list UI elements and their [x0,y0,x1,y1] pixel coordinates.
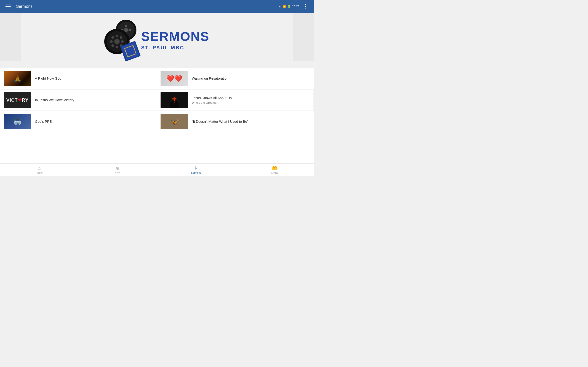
hamburger-line-3 [6,8,10,8]
thumb-victory-visual: VICT❤RY [4,92,31,108]
sermon-thumb-6 [161,114,188,129]
sermon-info-6: "It Doesn't Matter What I Used to Be" [192,119,310,124]
sermon-info-5: God's PPE [35,119,153,124]
sermon-thumb-4: ✝ [161,92,188,108]
sermon-grid: A Right Now God Waiting on Resatoration … [0,68,314,132]
sermon-subtitle-4: Who's the Greatest [192,101,310,104]
more-options-button[interactable]: ⋮ [301,2,310,11]
logo-title: SERMONS [141,30,209,43]
nav-bible-label: Bible [115,171,120,174]
sermon-title-6: "It Doesn't Matter What I Used to Be" [192,119,310,124]
sermon-thumb-1 [4,71,31,86]
silhouette [170,101,179,108]
thumb-right-now-god-visual [4,71,31,86]
sermon-info-1: A Right Now God [35,76,153,81]
thumb-ppe-visual [4,114,31,129]
sermon-info-4: Jesus Knows All About Us Who's the Great… [192,96,310,104]
logo-text: SERMONS ST. PAUL MBC [141,30,209,51]
sermon-item-3[interactable]: VICT❤RY In Jesus We Have Victory [0,90,157,111]
nav-sermons[interactable]: 🎙 Sermons [157,164,235,176]
giving-icon: 🤲 [271,166,278,171]
hamburger-button[interactable] [4,3,12,10]
nav-giving-label: Giving [271,171,278,174]
sermon-info-2: Waiting on Resatoration [192,76,310,81]
thumb-jesus-visual: ✝ [161,92,188,108]
bible-icon: ⊕ [116,166,120,170]
bottom-navigation: ⌂ Home ⊕ Bible 🎙 Sermons 🤲 Giving [0,163,314,176]
sermon-info-3: In Jesus We Have Victory [35,98,153,102]
victory-text: VICT❤RY [6,97,29,103]
logo-area: SERMONS ST. PAUL MBC [0,13,314,68]
sermon-item-4[interactable]: ✝ Jesus Knows All About Us Who's the Gre… [157,90,314,111]
sermon-thumb-2 [161,71,188,86]
status-time: 10:26 [292,5,299,8]
sermon-thumb-3: VICT❤RY [4,92,31,108]
app-title: Sermons [16,4,278,9]
nav-home[interactable]: ⌂ Home [0,164,78,176]
battery-icon: 🔋 [287,5,291,8]
nav-giving[interactable]: 🤲 Giving [235,164,314,176]
signal-icon: 📶 [283,5,286,8]
nav-sermons-label: Sermons [191,171,201,174]
nav-bible[interactable]: ⊕ Bible [78,164,157,176]
sermon-thumb-5 [4,114,31,129]
nav-home-label: Home [36,171,43,174]
home-icon: ⌂ [38,166,41,171]
thumb-waiting-visual [161,71,188,86]
sermon-title-4: Jesus Knows All About Us [192,96,310,100]
thumb-butterfly-visual [161,114,188,129]
logo-section: SERMONS ST. PAUL MBC [0,13,314,68]
app-bar: Sermons ▼ 📶 🔋 10:26 ⋮ [0,0,314,13]
main-content: SERMONS ST. PAUL MBC A Right Now God Wai… [0,13,314,163]
sermon-item-6[interactable]: "It Doesn't Matter What I Used to Be" [157,111,314,132]
sermon-title-3: In Jesus We Have Victory [35,98,153,102]
sermon-title-5: God's PPE [35,119,153,124]
hamburger-line-1 [6,5,10,5]
sermon-item-2[interactable]: Waiting on Resatoration [157,68,314,89]
logo-subtitle: ST. PAUL MBC [141,45,209,51]
hamburger-line-2 [6,6,10,7]
side-panel-left [0,13,21,61]
sermons-mic-icon: 🎙 [194,166,199,171]
jesus-thumb-inner: ✝ [161,92,188,108]
sermon-title-2: Waiting on Resatoration [192,76,310,81]
sermon-title-1: A Right Now God [35,76,153,81]
sermon-item-1[interactable]: A Right Now God [0,68,157,89]
logo-graphic [104,20,141,61]
side-panel-right [293,13,314,61]
sermon-item-5[interactable]: God's PPE [0,111,157,132]
wifi-icon: ▼ [278,5,281,8]
